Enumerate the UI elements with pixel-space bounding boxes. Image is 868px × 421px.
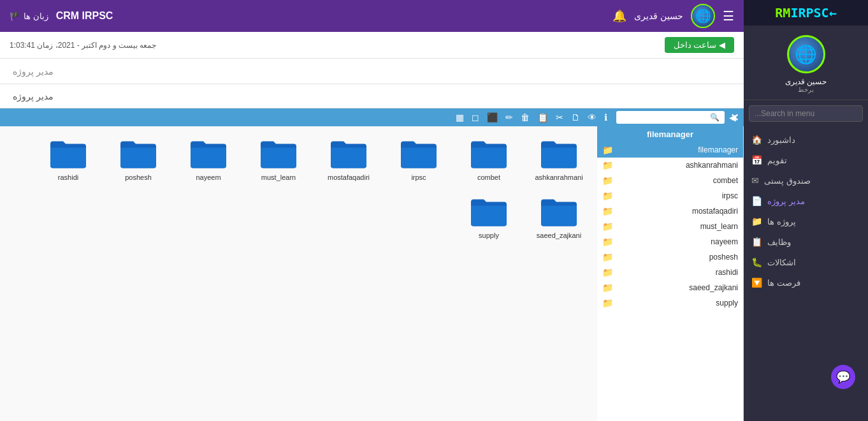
tree-item-ashkanrahmani[interactable]: 📁 ashkanrahmani: [597, 158, 743, 173]
filemanager-wrapper: ◀ ▶ 🗂 📄 ⬆ 📁 ⬇ ↙ ℹ 👁 🗋 ✂ 📋 🗑 ✏ ⬛ ◻ ▦ ✕ fi: [0, 108, 744, 421]
folder-item-must-learn[interactable]: must_learn: [250, 136, 307, 181]
tree-folder-icon-6: 📁: [602, 252, 613, 262]
tree-item-name-9: supply: [617, 299, 738, 307]
tree-panel-header: filemanager: [597, 126, 743, 142]
tree-panel: filemanager 📁 filemanager 📁 ashkanrahman…: [597, 126, 744, 421]
project-manager-icon: 📄: [751, 196, 762, 206]
tree-item-name-4: must_learn: [617, 222, 738, 231]
folder-item-nayeem[interactable]: nayeem: [180, 136, 237, 181]
tree-item-rashidi[interactable]: 📁 rashidi: [597, 265, 743, 280]
copy-btn[interactable]: 🗋: [568, 111, 582, 124]
folder-name-nayeem: nayeem: [196, 174, 221, 181]
tree-item-poshesh[interactable]: 📁 poshesh: [597, 249, 743, 265]
folder-item-combet[interactable]: combet: [460, 136, 517, 181]
sidebar-item-bugs[interactable]: اشکالات 🐛: [744, 252, 868, 272]
view-btn[interactable]: 👁: [585, 111, 599, 124]
sidebar-item-tasks[interactable]: وظایف 📋: [744, 232, 868, 252]
main-content: ☰ 🌐 حسین قدیری 🔔 CRM IRPSC زبان ها 🏴 ◀ س…: [0, 0, 744, 421]
flag-icon: 🏴: [10, 11, 20, 21]
folder-item-mostafaqadiri[interactable]: mostafaqadiri: [320, 136, 377, 181]
header-user-name: حسین قدیری: [634, 11, 683, 21]
folder-name-combet: combet: [477, 174, 500, 181]
extract-btn[interactable]: ◻: [469, 111, 482, 124]
sidebar-item-mail[interactable]: صندوق پستی ✉: [744, 170, 868, 191]
folder-item-poshesh[interactable]: poshesh: [110, 136, 167, 181]
paste-btn[interactable]: 📋: [535, 111, 551, 124]
tree-item-mostafaqadiri[interactable]: 📁 mostafaqadiri: [597, 203, 743, 219]
calendar-icon: 📅: [751, 155, 762, 165]
rename-btn[interactable]: ✏: [503, 111, 516, 124]
folder-name-mostafaqadiri: mostafaqadiri: [328, 174, 370, 181]
tree-item-name-root: filemanager: [617, 145, 738, 154]
datetime-text: جمعه بیست و دوم اکتبر - 2021، زمان 1:03:…: [10, 41, 156, 50]
bugs-icon: 🐛: [751, 257, 762, 267]
tree-item-irpsc[interactable]: 📁 irpsc: [597, 188, 743, 203]
tree-item-name-1: combet: [617, 176, 738, 185]
folder-item-irpsc[interactable]: irpsc: [390, 136, 447, 181]
sidebar-item-label-dashboard: داشبورد: [767, 135, 795, 145]
cut-btn[interactable]: ✂: [553, 111, 566, 124]
tree-item-combet[interactable]: 📁 combet: [597, 173, 743, 188]
right-sidebar: ←RMIRPSC 🌐 حسین قدیری برخط داشبورد 🏠 تقو…: [744, 0, 868, 421]
search-menu-input[interactable]: [749, 105, 863, 122]
opportunities-icon: 🔽: [751, 277, 762, 288]
filemanager-inner: filemanager 📁 filemanager 📁 ashkanrahman…: [0, 126, 744, 421]
sidebar-user-status: برخط: [798, 86, 814, 93]
tree-folder-icon-0: 📁: [602, 160, 613, 170]
logo: ←RMIRPSC: [775, 5, 836, 20]
compress-btn[interactable]: ⬛: [484, 111, 500, 124]
search-menu-area[interactable]: [744, 100, 868, 127]
tree-item-supply[interactable]: 📁 supply: [597, 295, 743, 311]
dashboard-icon: 🏠: [751, 135, 762, 145]
lang-selector[interactable]: زبان ها 🏴: [10, 11, 48, 21]
toolbar-close-btn[interactable]: ✕: [730, 112, 739, 124]
tree-folder-icon-9: 📁: [602, 298, 613, 308]
tree-item-name-5: nayeem: [617, 237, 738, 246]
sidebar-user-name: حسین قدیری: [785, 77, 827, 86]
top-header: ☰ 🌐 حسین قدیری 🔔 CRM IRPSC زبان ها 🏴: [0, 0, 744, 32]
sidebar-item-opportunities[interactable]: فرصت ها 🔽: [744, 272, 868, 293]
mail-icon: ✉: [751, 175, 759, 186]
folder-item-saeed-zajkani[interactable]: saeed_zajkani: [530, 194, 588, 239]
tree-item-nayeem[interactable]: 📁 nayeem: [597, 234, 743, 249]
toolbar-search-input[interactable]: [616, 111, 725, 124]
tree-item-name-0: ashkanrahmani: [617, 161, 738, 170]
tree-item-must-learn[interactable]: 📁 must_learn: [597, 219, 743, 234]
folder-name-saeed-zajkani: saeed_zajkani: [537, 232, 581, 239]
sidebar-menu: داشبورد 🏠 تقویم 📅 صندوق پستی ✉ مدیر پروژ…: [744, 127, 868, 390]
tasks-icon: 📋: [751, 237, 762, 247]
folder-item-rashidi[interactable]: rashidi: [40, 136, 97, 181]
info-btn[interactable]: ℹ: [602, 111, 610, 124]
sidebar-item-label-projects: پروژه ها: [767, 217, 796, 226]
login-btn[interactable]: ◀ ساعت داخل: [665, 37, 734, 53]
tree-item-root[interactable]: 📁 filemanager: [597, 142, 743, 158]
grid-view-btn[interactable]: ▦: [453, 111, 467, 124]
breadcrumb-bar: مدیر پروژه: [0, 59, 744, 84]
sidebar-item-project-manager[interactable]: مدیر پروژه 📄: [744, 191, 868, 211]
sidebar-item-dashboard[interactable]: داشبورد 🏠: [744, 129, 868, 150]
header-logo: 🌐: [691, 4, 715, 28]
tree-folder-icon-root: 📁: [602, 145, 613, 155]
file-grid-area: ashkanrahmani combet: [0, 126, 597, 421]
filemanager-toolbar: ◀ ▶ 🗂 📄 ⬆ 📁 ⬇ ↙ ℹ 👁 🗋 ✂ 📋 🗑 ✏ ⬛ ◻ ▦ ✕: [0, 108, 744, 126]
sub-header-title: مدیر پروژه: [13, 91, 54, 101]
tree-item-name-2: irpsc: [617, 191, 738, 200]
header-left: ☰ 🌐 حسین قدیری 🔔: [612, 4, 734, 28]
sidebar-item-projects[interactable]: پروژه ها 📁: [744, 211, 868, 232]
folder-item-ashkanrahmani[interactable]: ashkanrahmani: [530, 136, 588, 181]
hamburger-btn[interactable]: ☰: [723, 8, 734, 24]
sidebar-item-label-mail: صندوق پستی: [764, 176, 811, 186]
folder-name-ashkanrahmani: ashkanrahmani: [535, 174, 582, 181]
chat-bubble-btn[interactable]: 💬: [831, 365, 855, 389]
sidebar-item-label-opportunities: فرصت ها: [767, 278, 800, 288]
app-title: CRM IRPSC: [56, 10, 113, 22]
folder-name-irpsc: irpsc: [411, 174, 426, 181]
delete-btn[interactable]: 🗑: [518, 111, 532, 124]
folder-name-rashidi: rashidi: [58, 174, 78, 181]
folder-item-supply[interactable]: supply: [460, 194, 517, 239]
tree-item-saeed-zajkani[interactable]: 📁 saeed_zajkani: [597, 280, 743, 295]
notification-bell[interactable]: 🔔: [612, 9, 626, 23]
user-avatar-area: 🌐 حسین قدیری برخط: [744, 26, 868, 100]
tree-folder-icon-7: 📁: [602, 267, 613, 277]
sidebar-item-calendar[interactable]: تقویم 📅: [744, 150, 868, 170]
